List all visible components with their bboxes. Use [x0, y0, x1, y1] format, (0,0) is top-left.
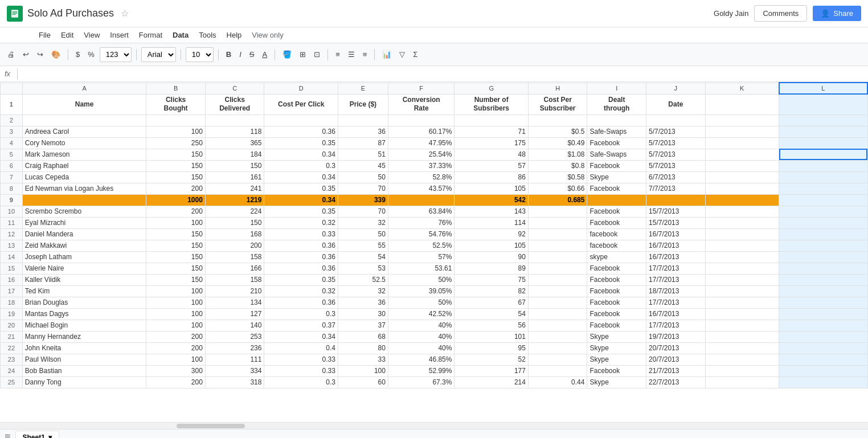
- cell-11f[interactable]: 76%: [388, 217, 455, 228]
- cell-9k[interactable]: [705, 194, 779, 206]
- cell-9e[interactable]: 339: [338, 194, 388, 206]
- cell-3l[interactable]: [779, 126, 867, 137]
- cell-17j[interactable]: 18/7/2013: [646, 285, 706, 297]
- cell-3g[interactable]: 71: [455, 126, 528, 137]
- cell-20g[interactable]: 56: [455, 320, 528, 331]
- cell-24j[interactable]: 21/7/2013: [646, 365, 706, 376]
- cell-5g[interactable]: 48: [455, 149, 528, 160]
- cell-2j[interactable]: [646, 114, 706, 126]
- cell-11b[interactable]: 100: [146, 217, 206, 228]
- cell-5j[interactable]: 5/7/2013: [646, 149, 706, 160]
- cell-17b[interactable]: 100: [146, 285, 206, 297]
- menu-format[interactable]: Format: [134, 29, 167, 41]
- cell-19i[interactable]: Facebook: [587, 308, 646, 320]
- print-button[interactable]: 🖨: [5, 48, 18, 60]
- cell-19d[interactable]: 0.3: [264, 308, 338, 320]
- cell-9h[interactable]: 0.685: [528, 194, 587, 206]
- cell-19g[interactable]: 54: [455, 308, 528, 320]
- cell-13c[interactable]: 200: [205, 240, 264, 251]
- star-icon[interactable]: ☆: [121, 8, 129, 19]
- cell-12g[interactable]: 92: [455, 228, 528, 240]
- cell-4g[interactable]: 175: [455, 137, 528, 149]
- cell-4d[interactable]: 0.35: [264, 137, 338, 149]
- cell-6a[interactable]: Craig Raphael: [22, 160, 146, 171]
- cell-18i[interactable]: Facebook: [587, 297, 646, 308]
- cell-4l[interactable]: [779, 137, 867, 149]
- cell-12j[interactable]: 16/7/2013: [646, 228, 706, 240]
- cell-3d[interactable]: 0.36: [264, 126, 338, 137]
- cell-4a[interactable]: Cory Nemoto: [22, 137, 146, 149]
- cell-3k[interactable]: [705, 126, 779, 137]
- cell-9b[interactable]: 1000: [146, 194, 206, 206]
- cell-10f[interactable]: 63.84%: [388, 206, 455, 217]
- cell-22b[interactable]: 200: [146, 342, 206, 354]
- cell-6d[interactable]: 0.3: [264, 160, 338, 171]
- cell-4i[interactable]: Facebook: [587, 137, 646, 149]
- align-center-button[interactable]: ☰: [345, 48, 358, 60]
- cell-18f[interactable]: 50%: [388, 297, 455, 308]
- cell-2c[interactable]: [205, 114, 264, 126]
- percent-button[interactable]: %: [85, 48, 97, 60]
- cell-2k[interactable]: [705, 114, 779, 126]
- cell-22c[interactable]: 236: [205, 342, 264, 354]
- cell-10j[interactable]: 15/7/2013: [646, 206, 706, 217]
- functions-button[interactable]: Σ: [410, 48, 420, 60]
- cell-4f[interactable]: 47.95%: [388, 137, 455, 149]
- cell-11c[interactable]: 150: [205, 217, 264, 228]
- cell-25a[interactable]: Danny Tong: [22, 376, 146, 388]
- cell-20f[interactable]: 40%: [388, 320, 455, 331]
- cell-24d[interactable]: 0.33: [264, 365, 338, 376]
- cell-23j[interactable]: 20/7/2013: [646, 354, 706, 365]
- cell-23g[interactable]: 52: [455, 354, 528, 365]
- cell-24k[interactable]: [705, 365, 779, 376]
- cell-3j[interactable]: 5/7/2013: [646, 126, 706, 137]
- cell-8a[interactable]: Ed Newman via Logan Jukes: [22, 183, 146, 194]
- cell-2l[interactable]: [779, 114, 867, 126]
- cell-5h[interactable]: $1.08: [528, 149, 587, 160]
- cell-11j[interactable]: 15/7/2013: [646, 217, 706, 228]
- cell-12b[interactable]: 150: [146, 228, 206, 240]
- cell-8j[interactable]: 7/7/2013: [646, 183, 706, 194]
- cell-19f[interactable]: 42.52%: [388, 308, 455, 320]
- cell-6f[interactable]: 37.33%: [388, 160, 455, 171]
- cell-11h[interactable]: [528, 217, 587, 228]
- cell-14b[interactable]: 150: [146, 251, 206, 263]
- borders-button[interactable]: ⊞: [297, 48, 309, 60]
- cell-16h[interactable]: [528, 274, 587, 285]
- sheet-tab-sheet1[interactable]: Sheet1 ▾: [15, 431, 59, 438]
- cell-15j[interactable]: 17/7/2013: [646, 263, 706, 274]
- cell-20d[interactable]: 0.37: [264, 320, 338, 331]
- cell-21d[interactable]: 0.34: [264, 331, 338, 342]
- cell-8i[interactable]: Facebook: [587, 183, 646, 194]
- cell-6b[interactable]: 150: [146, 160, 206, 171]
- cell-5d[interactable]: 0.34: [264, 149, 338, 160]
- cell-6g[interactable]: 57: [455, 160, 528, 171]
- cell-19k[interactable]: [705, 308, 779, 320]
- menu-edit[interactable]: Edit: [56, 29, 78, 41]
- cell-23f[interactable]: 46.85%: [388, 354, 455, 365]
- add-sheet-button[interactable]: ≡: [5, 431, 11, 438]
- cell-15a[interactable]: Valerie Naire: [22, 263, 146, 274]
- col-header-i[interactable]: I: [587, 83, 646, 94]
- cell-14c[interactable]: 158: [205, 251, 264, 263]
- sheets-icon[interactable]: [7, 6, 23, 22]
- cell-15e[interactable]: 53: [338, 263, 388, 274]
- cell-3c[interactable]: 118: [205, 126, 264, 137]
- cell-12i[interactable]: facebook: [587, 228, 646, 240]
- cell-19a[interactable]: Mantas Dagys: [22, 308, 146, 320]
- cell-24a[interactable]: Bob Bastian: [22, 365, 146, 376]
- cell-24g[interactable]: 177: [455, 365, 528, 376]
- cell-12a[interactable]: Daniel Mandera: [22, 228, 146, 240]
- paint-format-button[interactable]: 🎨: [48, 48, 63, 60]
- bold-button[interactable]: B: [223, 48, 234, 60]
- cell-13b[interactable]: 150: [146, 240, 206, 251]
- cell-9g[interactable]: 542: [455, 194, 528, 206]
- cell-7h[interactable]: $0.58: [528, 171, 587, 183]
- cell-1b[interactable]: ClicksBought: [146, 94, 206, 114]
- cell-4c[interactable]: 365: [205, 137, 264, 149]
- col-header-f[interactable]: F: [388, 83, 455, 94]
- cell-22h[interactable]: [528, 342, 587, 354]
- cell-21a[interactable]: Manny Hernandez: [22, 331, 146, 342]
- cell-9i[interactable]: [587, 194, 646, 206]
- cell-10c[interactable]: 224: [205, 206, 264, 217]
